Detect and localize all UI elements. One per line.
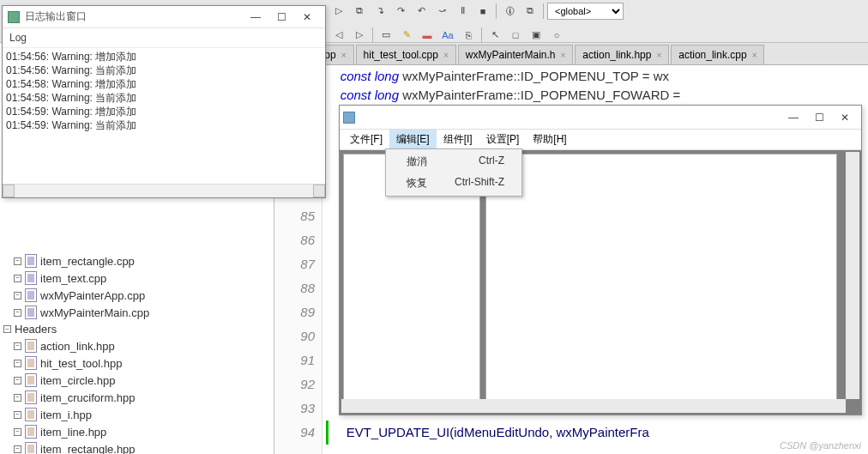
close-button[interactable]: ✕ bbox=[294, 8, 320, 27]
editor-tab[interactable]: hit_test_tool.cpp× bbox=[356, 45, 456, 64]
expand-icon[interactable]: − bbox=[14, 360, 21, 367]
expand-icon[interactable]: − bbox=[14, 377, 21, 384]
tree-file[interactable]: −wxMyPainterMain.cpp bbox=[0, 304, 274, 321]
headers-folder[interactable]: − Headers bbox=[0, 321, 274, 337]
menu-action-label: 撤消 bbox=[407, 154, 427, 169]
tab-label: action_link.cpp bbox=[678, 49, 746, 61]
expand-icon[interactable]: − bbox=[14, 257, 21, 265]
tab-close-icon[interactable]: × bbox=[656, 51, 661, 60]
log-line: 01:54:58: Warning: 增加添加 bbox=[6, 77, 322, 91]
step-over-icon[interactable]: ↷ bbox=[391, 3, 410, 20]
editor-tab[interactable]: action_link.hpp× bbox=[575, 45, 669, 64]
cpp-file-icon bbox=[25, 271, 37, 285]
run-icon[interactable]: ▷ bbox=[329, 3, 348, 20]
tree-file[interactable]: −item_cruciform.hpp bbox=[0, 389, 274, 406]
tree-file[interactable]: −item_rectangle.hpp bbox=[0, 440, 274, 454]
tree-file[interactable]: −item_line.hpp bbox=[0, 423, 274, 440]
pause-icon[interactable]: Ⅱ bbox=[453, 3, 472, 20]
log-line: 01:54:59: Warning: 当前添加 bbox=[6, 118, 322, 132]
hpp-file-icon bbox=[25, 442, 37, 454]
block-icon[interactable]: ▬ bbox=[418, 27, 437, 44]
scroll-left-icon[interactable] bbox=[3, 185, 15, 197]
expand-icon[interactable]: − bbox=[14, 342, 21, 350]
step-out-icon[interactable]: ↶ bbox=[412, 3, 431, 20]
menu-item[interactable]: 设置[P] bbox=[479, 130, 527, 149]
painter-titlebar[interactable]: — ☐ ✕ bbox=[340, 106, 861, 130]
hpp-file-icon bbox=[25, 373, 37, 387]
menu-dropdown-item[interactable]: 撤消Ctrl-Z bbox=[388, 151, 520, 173]
tree-file[interactable]: −item_rectangle.cpp bbox=[0, 252, 274, 269]
circle-icon[interactable]: ○ bbox=[547, 27, 566, 44]
painter-menubar[interactable]: 文件[F]编辑[E]组件[I]设置[P]帮助[H] bbox=[340, 130, 861, 150]
box-icon[interactable]: □ bbox=[506, 27, 525, 44]
tree-file[interactable]: −action_link.hpp bbox=[0, 337, 274, 354]
continue-icon[interactable]: ⤻ bbox=[432, 3, 451, 20]
log-line: 01:54:59: Warning: 增加添加 bbox=[6, 105, 322, 118]
log-window[interactable]: 日志输出窗口 — ☐ ✕ Log 01:54:56: Warning: 增加添加… bbox=[2, 5, 326, 198]
file-label: wxMyPainterMain.cpp bbox=[40, 306, 149, 319]
debug-info-icon[interactable]: 🛈 bbox=[500, 3, 519, 20]
file-label: item_cruciform.hpp bbox=[40, 391, 136, 404]
stop-icon[interactable]: ■ bbox=[473, 3, 492, 20]
hpp-file-icon bbox=[25, 408, 37, 421]
menu-item[interactable]: 组件[I] bbox=[437, 130, 479, 149]
log-body[interactable]: 01:54:56: Warning: 增加添加01:54:56: Warning… bbox=[3, 48, 325, 184]
minimize-button[interactable]: — bbox=[781, 108, 806, 127]
file-label: item_i.hpp bbox=[40, 409, 92, 421]
editor-tab[interactable]: action_link.cpp× bbox=[671, 45, 764, 64]
select-icon[interactable]: ▭ bbox=[377, 27, 395, 44]
painter-scroll-v[interactable] bbox=[846, 152, 859, 399]
file-label: item_rectangle.cpp bbox=[40, 255, 135, 268]
nav-back-icon[interactable]: ◁ bbox=[329, 27, 348, 44]
tab-close-icon[interactable]: × bbox=[443, 51, 449, 60]
menu-item[interactable]: 帮助[H] bbox=[526, 130, 573, 149]
debug-window-icon[interactable]: ⧉ bbox=[521, 3, 539, 20]
log-scrollbar-h[interactable] bbox=[3, 184, 325, 197]
expand-icon[interactable]: − bbox=[14, 411, 21, 419]
canvas-right-pane[interactable] bbox=[485, 154, 837, 403]
expand-icon[interactable]: − bbox=[14, 292, 21, 300]
box2-icon[interactable]: ▣ bbox=[527, 27, 546, 44]
maximize-button[interactable]: ☐ bbox=[268, 8, 294, 27]
collapse-icon[interactable]: − bbox=[3, 325, 11, 333]
painter-window[interactable]: — ☐ ✕ 文件[F]编辑[E]组件[I]设置[P]帮助[H] 撤消Ctrl-Z… bbox=[339, 105, 862, 415]
comment-icon[interactable]: ⎘ bbox=[459, 27, 478, 44]
tree-file[interactable]: −wxMyPainterApp.cpp bbox=[0, 287, 274, 304]
log-title-text: 日志输出窗口 bbox=[25, 9, 87, 24]
scope-select[interactable]: <global> bbox=[547, 3, 624, 20]
tree-file[interactable]: −item_i.hpp bbox=[0, 406, 274, 423]
painter-app-icon bbox=[343, 112, 355, 124]
step-into-icon[interactable]: ↴ bbox=[371, 3, 389, 20]
text-aa-icon[interactable]: Aa bbox=[438, 27, 457, 44]
expand-icon[interactable]: − bbox=[14, 275, 21, 282]
hpp-file-icon bbox=[25, 425, 37, 439]
log-titlebar[interactable]: 日志输出窗口 — ☐ ✕ bbox=[3, 6, 325, 28]
tab-close-icon[interactable]: × bbox=[752, 51, 757, 60]
expand-icon[interactable]: − bbox=[14, 428, 21, 436]
highlight-icon[interactable]: ✎ bbox=[397, 27, 416, 44]
tab-close-icon[interactable]: × bbox=[561, 51, 566, 60]
tree-file[interactable]: −item_text.cpp bbox=[0, 269, 274, 287]
expand-icon[interactable]: − bbox=[14, 309, 21, 317]
tab-close-icon[interactable]: × bbox=[341, 51, 347, 60]
minimize-button[interactable]: — bbox=[243, 8, 268, 27]
maximize-button[interactable]: ☐ bbox=[806, 108, 832, 127]
edit-menu-dropdown[interactable]: 撤消Ctrl-Z恢复Ctrl-Shift-Z bbox=[385, 148, 522, 197]
step-icon[interactable]: ⧉ bbox=[350, 3, 369, 20]
expand-icon[interactable]: − bbox=[14, 445, 21, 453]
tree-file[interactable]: −item_circle.hpp bbox=[0, 372, 274, 389]
pointer-icon[interactable]: ↖ bbox=[485, 27, 504, 44]
menu-dropdown-item[interactable]: 恢复Ctrl-Shift-Z bbox=[388, 173, 520, 194]
menu-item[interactable]: 文件[F] bbox=[343, 130, 389, 149]
expand-icon[interactable]: − bbox=[14, 394, 21, 402]
painter-scroll-h[interactable] bbox=[341, 399, 846, 413]
log-subtitle: Log bbox=[3, 28, 325, 48]
menu-item[interactable]: 编辑[E] bbox=[389, 130, 437, 149]
scroll-right-icon[interactable] bbox=[313, 185, 325, 197]
tree-file[interactable]: −hit_test_tool.hpp bbox=[0, 354, 274, 372]
nav-fwd-icon[interactable]: ▷ bbox=[350, 27, 369, 44]
file-label: action_link.hpp bbox=[40, 340, 115, 353]
close-button[interactable]: ✕ bbox=[832, 108, 858, 127]
editor-tab[interactable]: wxMyPainterMain.h× bbox=[458, 45, 574, 64]
hpp-file-icon bbox=[25, 339, 37, 353]
